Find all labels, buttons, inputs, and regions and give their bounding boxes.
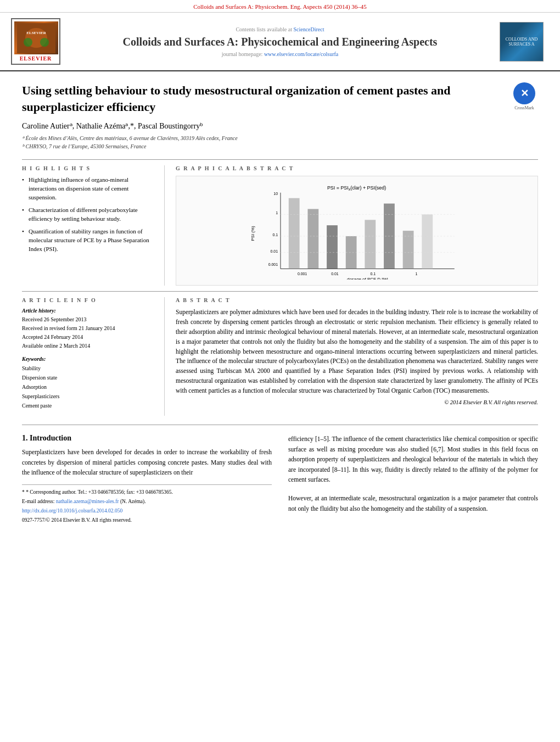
article-info-label: A R T I C L E I N F O (22, 297, 153, 303)
paper-title-section: Using settling behaviour to study mesost… (22, 82, 538, 115)
corresponding-footnote: * * Corresponding author. Tel.: +33 0466… (22, 488, 272, 496)
sciencedirect-link[interactable]: Contents lists available at ScienceDirec… (71, 26, 489, 32)
doi-link[interactable]: http://dx.doi.org/10.1016/j.colsurfa.201… (22, 508, 122, 514)
svg-text:0.01: 0.01 (332, 272, 339, 276)
svg-text:0.001: 0.001 (298, 272, 307, 276)
email-link[interactable]: nathalie.azema@mines-ales.fr (56, 499, 119, 504)
article-dates: Received 26 September 2013 Received in r… (22, 315, 153, 350)
elsevier-logo-image: ELSEVIER (14, 21, 58, 54)
footnotes-section: * * Corresponding author. Tel.: +33 0466… (22, 484, 272, 525)
paper-title: Using settling behaviour to study mesost… (22, 82, 502, 115)
corresponding-text: * Corresponding author. Tel.: +33 046678… (26, 489, 173, 495)
article-history-block: Article history: Received 26 September 2… (22, 308, 153, 350)
svg-text:0.1: 0.1 (273, 233, 278, 237)
svg-text:ELSEVIER: ELSEVIER (26, 31, 46, 35)
sciencedirect-anchor[interactable]: ScienceDirect (293, 26, 324, 32)
svg-rect-25 (403, 231, 414, 269)
introduction-section: 1. Introduction Superplasticizers have b… (22, 434, 538, 526)
svg-text:0.001: 0.001 (268, 263, 278, 267)
journal-title-block: Contents lists available at ScienceDirec… (60, 26, 500, 57)
journal-logo-right: COLLOIDS AND SURFACES A (500, 22, 549, 62)
keyword-3: Adsorption (22, 382, 153, 392)
abstract-column: A B S T R A C T Superplasticizers are po… (176, 297, 538, 416)
svg-text:1: 1 (276, 211, 278, 215)
svg-point-3 (24, 38, 32, 47)
crossmark-label: CrossMark (511, 105, 538, 110)
homepage-label: journal homepage: (222, 51, 263, 57)
article-abstract-section: A R T I C L E I N F O Article history: R… (22, 291, 538, 416)
colsurfa-logo-image: COLLOIDS AND SURFACES A (500, 22, 544, 62)
graphical-abstract-column: G R A P H I C A L A B S T R A C T PSI = … (176, 165, 538, 286)
svg-text:10: 10 (274, 192, 278, 196)
intro-heading: 1. Introduction (22, 434, 272, 443)
elsevier-wordmark: ELSEVIER (14, 55, 57, 62)
affiliation-a: ᵃ École des Mines d’Alès, Centre des mat… (22, 134, 538, 142)
authors-line: Caroline Autierᵃ, Nathalie Azémaᵃ,*, Pas… (22, 121, 538, 131)
revised-date: Received in revised form 21 January 2014 (22, 324, 153, 333)
journal-citation-bar: Colloids and Surfaces A: Physicochem. En… (0, 0, 560, 13)
crossmark-block: ✕ CrossMark (511, 82, 538, 110)
highlight-item-1: Highlighting influence of organo-mineral… (22, 176, 153, 202)
homepage-link[interactable]: www.elsevier.com/locate/colsurfa (264, 51, 338, 57)
svg-text:1: 1 (416, 272, 418, 276)
keyword-2: Dispersion state (22, 373, 153, 382)
highlight-item-3: Quantification of stability ranges in fu… (22, 227, 153, 254)
graphical-abstract-label: G R A P H I C A L A B S T R A C T (176, 165, 538, 171)
svg-point-4 (40, 38, 49, 47)
chart-svg: PSI = PSIx(clar) + PSI(sed) 10 1 0.1 0.0… (185, 182, 528, 280)
intro-right-col: efficiency [1–5]. The influence of the c… (288, 434, 538, 526)
highlights-list: Highlighting influence of organo-mineral… (22, 176, 153, 254)
svg-rect-21 (327, 225, 338, 269)
email-note: (N. Azéma). (120, 499, 146, 504)
svg-rect-26 (422, 215, 433, 269)
svg-text:0.01: 0.01 (271, 249, 278, 253)
paper-content: Using settling behaviour to study mesost… (0, 71, 560, 537)
svg-rect-19 (289, 198, 300, 269)
highlights-label: H I G H L I G H T S (22, 165, 153, 171)
email-footnote: E-mail address: nathalie.azema@mines-ale… (22, 498, 272, 506)
journal-homepage: journal homepage: www.elsevier.com/locat… (71, 51, 489, 57)
svg-text:0.1: 0.1 (371, 272, 376, 276)
elsevier-logo: ELSEVIER ELSEVIER (11, 18, 60, 65)
citation-text: Colloids and Surfaces A: Physicochem. En… (193, 3, 367, 10)
intro-left-text: Superplasticizers have been developed fo… (22, 447, 272, 477)
svg-rect-20 (308, 209, 319, 269)
highlights-column: H I G H L I G H T S Highlighting influen… (22, 165, 165, 286)
authors-text: Caroline Autierᵃ, Nathalie Azémaᵃ,*, Pas… (22, 122, 203, 130)
keywords-list: Stability Dispersion state Adsorption Su… (22, 364, 153, 410)
intro-right-text: efficiency [1–5]. The influence of the c… (288, 434, 538, 484)
keywords-label: Keywords: (22, 356, 153, 362)
article-info-column: A R T I C L E I N F O Article history: R… (22, 297, 165, 416)
graphical-abstract-chart: PSI = PSIx(clar) + PSI(sed) 10 1 0.1 0.0… (176, 176, 538, 286)
received-date: Received 26 September 2013 (22, 315, 153, 324)
available-date: Available online 2 March 2014 (22, 342, 153, 350)
crossmark-icon: ✕ (513, 82, 535, 104)
abstract-text: Superplasticizers are polymer admixtures… (176, 308, 538, 395)
highlights-graphical-section: H I G H L I G H T S Highlighting influen… (22, 159, 538, 286)
contents-label: Contents lists available at (236, 26, 292, 32)
history-label: Article history: (22, 308, 153, 314)
keyword-1: Stability (22, 364, 153, 373)
keywords-block: Keywords: Stability Dispersion state Ads… (22, 356, 153, 410)
intro-left-col: 1. Introduction Superplasticizers have b… (22, 434, 272, 526)
doi-footnote[interactable]: http://dx.doi.org/10.1016/j.colsurfa.201… (22, 507, 272, 515)
highlight-item-2: Characterization of different polycarbox… (22, 206, 153, 224)
svg-text:PSI (%): PSI (%) (251, 226, 256, 241)
svg-rect-23 (365, 220, 376, 269)
abstract-label: A B S T R A C T (176, 297, 538, 303)
keyword-5: Cement paste (22, 401, 153, 410)
journal-main-title: Colloids and Surfaces A: Physicochemical… (71, 35, 489, 49)
svg-text:dosage of PCE D [%]: dosage of PCE D [%] (347, 277, 388, 280)
accepted-date: Accepted 24 February 2014 (22, 333, 153, 342)
affiliation-b: ᵇ CHRYSO, 7 rue de l’Europe, 45300 Serma… (22, 142, 538, 150)
journal-header: ELSEVIER ELSEVIER Contents lists availab… (0, 13, 560, 71)
email-label: E-mail address: (22, 499, 56, 504)
affiliations-block: ᵃ École des Mines d’Alès, Centre des mat… (22, 134, 538, 150)
keyword-4: Superplasticizers (22, 392, 153, 401)
issn-footnote: 0927-7757/© 2014 Elsevier B.V. All right… (22, 516, 272, 525)
intro-right-text-2: However, at an intermediate scale, mesos… (288, 493, 538, 514)
copyright-line: © 2014 Elsevier B.V. All rights reserved… (176, 399, 538, 405)
svg-rect-22 (346, 236, 357, 269)
section-divider (22, 425, 538, 425)
svg-text:PSI = PSIx(clar) + PSI(sed): PSI = PSIx(clar) + PSI(sed) (327, 185, 386, 191)
